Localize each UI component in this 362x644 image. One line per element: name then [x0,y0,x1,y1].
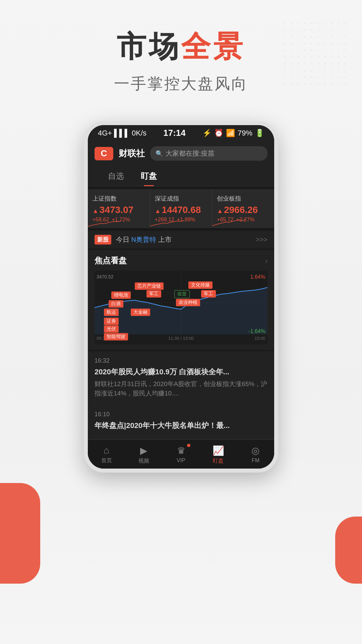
news-section: 16:32 2020年股民人均赚10.9万 白酒板块全年... 财联社12月31… [88,351,274,439]
nav-label-home: 首页 [101,457,112,464]
chart-x-label-mid: 11:30 / 13:00 [168,336,194,341]
index-value-0: ▲3473.07 [93,205,145,215]
title-highlight: 全景 [181,30,245,63]
stock-tag-baijiu[interactable]: 白酒 [109,300,123,308]
alarm-icon: ⏰ [214,129,223,138]
title-part1: 市场 [117,30,181,63]
news-time-1: 16:10 [95,411,267,418]
nav-label-video: 视频 [138,458,149,465]
new-stock-banner[interactable]: 新股 今日 N奥普特 上市 >>> [88,231,274,249]
focus-header: 焦点看盘 › [95,255,267,266]
news-item-1[interactable]: 16:10 年终盘点|2020年十大牛股名单出炉！最... [88,405,274,439]
stock-tag-chip[interactable]: 芯片产业链 [135,282,164,290]
phone-container: 4G+ ▌▌▌ 0K/s 17:14 ⚡ ⏰ 📶 79% 🔋 C [0,121,362,473]
svg-rect-1 [282,20,349,87]
fm-icon: ◎ [251,445,259,456]
app-header: C 财联社 🔍 大家都在搜:疫苗 [88,141,274,166]
stock-tag-shipping[interactable]: 航运 [104,309,119,316]
nav-item-vip[interactable]: ♛ VIP [162,443,199,467]
bottom-nav: ⌂ 首页 ▶ 视频 ♛ VIP 📈 盯盘 [88,439,274,469]
search-icon: 🔍 [156,150,163,157]
focus-title: 焦点看盘 [95,255,127,266]
index-name-0: 上证指数 [93,195,145,203]
news-item-0[interactable]: 16:32 2020年股民人均赚10.9万 白酒板块全年... 财联社12月31… [88,351,274,405]
chart-y-top-label: 3470.52 [97,274,114,279]
corner-decoration-bottom-right [335,517,362,584]
chart-pct-pos: 1.64% [250,274,265,280]
stock-tag-vaccine[interactable]: 疫苗 [174,290,190,298]
index-name-1: 深证成指 [155,195,207,203]
status-left: 4G+ ▌▌▌ 0K/s [98,129,146,138]
nav-item-video[interactable]: ▶ 视频 [125,443,162,467]
nav-label-fm: FM [252,458,259,464]
bluetooth-icon: ⚡ [202,129,212,138]
news-summary-0: 财联社12月31日讯，2020年A股收官，创业板指大涨65%，沪指涨近14%，股… [95,379,267,398]
new-stock-tag: 新股 [95,235,111,245]
index-card-cyb[interactable]: 创业板指 ▲2966.26 +65.72 +2.27% [212,189,274,228]
app-tabs: 自选 盯盘 [88,166,274,186]
index-value-2: ▲2966.26 [217,205,269,215]
stock-tag-autodrive[interactable]: 智能驾驶 [104,333,128,340]
stock-tag-agri[interactable]: 农业种植 [176,299,200,306]
battery-level: 79% [238,129,252,138]
dingpan-icon: 📈 [213,445,224,456]
battery-icon: 🔋 [255,129,264,138]
new-stock-arrow-icon: >>> [256,236,267,244]
news-time-0: 16:32 [95,357,267,364]
home-icon: ⌂ [104,445,109,456]
focus-section: 焦点看盘 › 3470.52 1.64% -1.64% [88,250,274,350]
index-cards: 上证指数 ▲3473.07 +58.62 +1.72% 深证成 [88,189,274,228]
app-content: C 财联社 🔍 大家都在搜:疫苗 自选 盯盘 [88,141,274,469]
stock-tag-military1[interactable]: 军工 [146,290,161,298]
signal-strength: ▌▌▌ [114,129,130,138]
focus-more-icon[interactable]: › [265,257,267,265]
page-background: 市场全景 一手掌控大盘风向 4G+ ▌▌▌ 0K/s 17:14 ⚡ ⏰ 📶 7… [0,0,362,644]
status-right: ⚡ ⏰ 📶 79% 🔋 [202,129,264,138]
news-title-0: 2020年股民人均赚10.9万 白酒板块全年... [95,367,267,377]
vip-icon: ♛ [177,445,185,456]
corner-decoration-bottom-left [0,483,40,584]
network-type: 4G+ [98,129,112,138]
dot-pattern-decoration [282,20,349,87]
search-bar[interactable]: 🔍 大家都在搜:疫苗 [150,146,267,161]
chart-x-label-end: 15:00 [254,336,265,341]
stock-tag-securities[interactable]: 证券 [104,318,119,325]
index-card-shzs[interactable]: 上证指数 ▲3473.07 +58.62 +1.72% [88,189,150,228]
app-name: 财联社 [119,148,145,159]
stock-tag-lithium[interactable]: 锂电池 [111,291,131,299]
stock-tag-military2[interactable]: 军工 [201,290,216,298]
index-value-1: ▲14470.68 [155,205,207,215]
search-placeholder-text: 大家都在搜:疫苗 [166,149,215,158]
stock-tag-bigfinance[interactable]: 大金融 [131,309,150,316]
chart-pct-neg: -1.64% [248,328,265,334]
new-stock-name: N奥普特 [131,236,156,243]
vip-badge [187,444,190,447]
app-logo: C [95,147,113,160]
tab-zixuan[interactable]: 自选 [108,166,124,186]
phone-mockup: 4G+ ▌▌▌ 0K/s 17:14 ⚡ ⏰ 📶 79% 🔋 C [84,121,278,473]
data-speed: 0K/s [132,129,146,138]
new-stock-text: 今日 N奥普特 上市 [116,235,172,244]
nav-label-vip: VIP [177,458,185,464]
index-name-2: 创业板指 [217,195,269,203]
stock-tag-solar[interactable]: 光伏 [104,325,119,333]
nav-label-dingpan: 盯盘 [213,458,224,465]
nav-item-fm[interactable]: ◎ FM [237,443,274,467]
nav-item-home[interactable]: ⌂ 首页 [88,443,125,467]
wifi-icon: 📶 [226,129,235,138]
index-card-szcz[interactable]: 深证成指 ▲14470.68 +269.12 +1.89% [150,189,213,228]
stock-tag-culture[interactable]: 文化传媒 [188,281,213,289]
status-bar: 4G+ ▌▌▌ 0K/s 17:14 ⚡ ⏰ 📶 79% 🔋 [88,125,274,141]
video-icon: ▶ [140,445,147,456]
status-time: 17:14 [163,128,186,138]
tab-dingpan[interactable]: 盯盘 [141,166,157,186]
news-title-1: 年终盘点|2020年十大牛股名单出炉！最... [95,421,267,431]
chart-container[interactable]: 3470.52 1.64% -1.64% [95,271,267,344]
nav-item-dingpan[interactable]: 📈 盯盘 [200,443,237,467]
